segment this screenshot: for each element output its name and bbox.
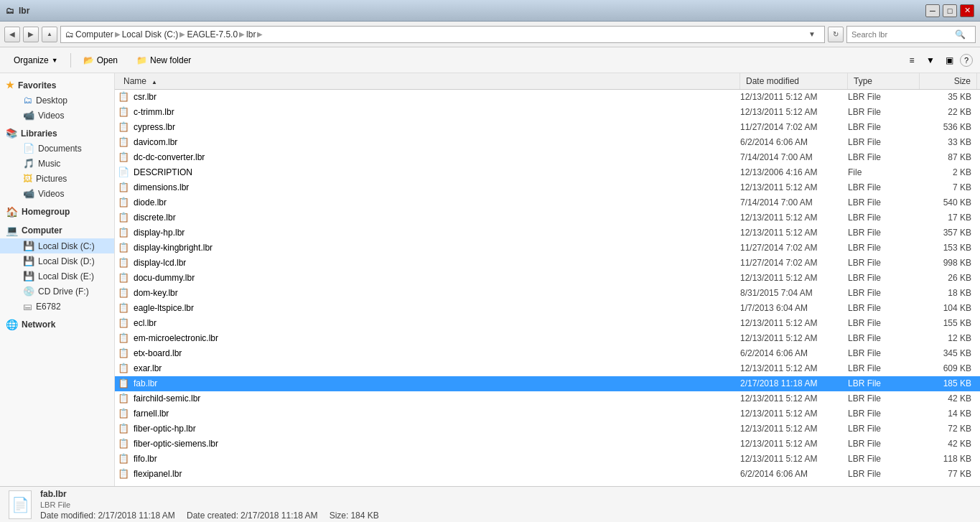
file-type: LBR File: [848, 469, 920, 479]
close-button[interactable]: ✕: [960, 4, 974, 17]
file-date: 12/13/2011 5:12 AM: [740, 439, 848, 449]
col-header-name[interactable]: Name ▲: [118, 73, 740, 89]
file-icon: 📋: [118, 272, 129, 284]
forward-button[interactable]: ▶: [23, 27, 39, 42]
network-icon: 🌐: [6, 319, 18, 330]
sidebar-computer-header[interactable]: 💻 Computer: [0, 223, 114, 238]
file-type: LBR File: [848, 243, 920, 253]
new-folder-button[interactable]: 📁 New folder: [130, 52, 197, 69]
table-row[interactable]: 📋em-microelectronic.lbr12/13/2011 5:12 A…: [115, 331, 980, 346]
table-row[interactable]: 📋cypress.lbr11/27/2014 7:02 AMLBR File53…: [115, 120, 980, 135]
toolbar: Organize ▼ 📂 Open 📁 New folder ≡ ▼ ▣ ?: [0, 47, 980, 73]
sidebar-item-videos-fav[interactable]: 📹 Videos: [0, 108, 114, 123]
help-button[interactable]: ?: [960, 54, 973, 67]
back-button[interactable]: ◀: [4, 27, 20, 42]
file-icon: 📋: [118, 106, 129, 118]
table-row[interactable]: 📋diode.lbr7/14/2014 7:00 AMLBR File540 K…: [115, 195, 980, 210]
preview-pane-button[interactable]: ▣: [941, 52, 957, 68]
table-row[interactable]: 📋fiber-optic-siemens.lbr12/13/2011 5:12 …: [115, 437, 980, 452]
table-row[interactable]: 📋dimensions.lbr12/13/2011 5:12 AMLBR Fil…: [115, 180, 980, 195]
table-row[interactable]: 📋etx-board.lbr6/2/2014 6:06 AMLBR File34…: [115, 346, 980, 361]
table-row[interactable]: 📄DESCRIPTION12/13/2006 4:16 AMFile2 KB: [115, 165, 980, 180]
col-header-size[interactable]: Size: [920, 73, 977, 89]
address-path[interactable]: 🗂 Computer ▶ Local Disk (C:) ▶ EAGLE-7.5…: [60, 26, 825, 43]
table-row[interactable]: 📋display-hp.lbr12/13/2011 5:12 AMLBR Fil…: [115, 225, 980, 241]
sidebar-homegroup-header[interactable]: 🏠 Homegroup: [0, 204, 114, 220]
table-row[interactable]: 📋csr.lbr12/13/2011 5:12 AMLBR File35 KB: [115, 90, 980, 105]
sidebar-item-cd-drive-f[interactable]: 💿 CD Drive (F:): [0, 284, 114, 299]
file-type: LBR File: [848, 273, 920, 283]
sidebar-item-local-disk-e[interactable]: 💾 Local Disk (E:): [0, 269, 114, 284]
file-name: csr.lbr: [134, 92, 740, 102]
favorites-star-icon: ★: [6, 80, 14, 90]
sidebar-item-music[interactable]: 🎵 Music: [0, 156, 114, 171]
file-icon: 📋: [118, 136, 129, 148]
file-date: 12/13/2011 5:12 AM: [740, 273, 848, 283]
table-row[interactable]: 📋fiber-optic-hp.lbr12/13/2011 5:12 AMLBR…: [115, 421, 980, 437]
sidebar-item-local-disk-c[interactable]: 💾 Local Disk (C:): [0, 238, 114, 253]
desktop-folder-icon: 🗂: [23, 95, 32, 106]
up-button[interactable]: ▲: [42, 27, 57, 42]
file-date: 11/27/2014 7:02 AM: [740, 122, 848, 132]
table-row[interactable]: 📋farnell.lbr12/13/2011 5:12 AMLBR File14…: [115, 406, 980, 421]
address-refresh-button[interactable]: ▼: [804, 27, 820, 42]
sidebar-item-e6782[interactable]: 🖴 E6782: [0, 299, 114, 314]
table-row[interactable]: 📋display-lcd.lbr11/27/2014 7:02 AMLBR Fi…: [115, 256, 980, 271]
videos-fav-folder-icon: 📹: [23, 110, 34, 121]
path-part-eagle[interactable]: EAGLE-7.5.0: [187, 29, 238, 39]
table-row[interactable]: 📋davicom.lbr6/2/2014 6:06 AMLBR File33 K…: [115, 135, 980, 150]
file-icon: 📋: [118, 408, 129, 419]
file-icon: 📋: [118, 378, 129, 389]
open-button[interactable]: 📂 Open: [77, 52, 124, 69]
sidebar-item-desktop[interactable]: 🗂 Desktop: [0, 93, 114, 108]
title-bar-controls: ─ □ ✕: [925, 4, 974, 17]
search-box[interactable]: 🔍: [846, 26, 976, 43]
sidebar-item-documents[interactable]: 📄 Documents: [0, 141, 114, 156]
file-list-container: Name ▲ Date modified Type Size 📋csr.lbr1…: [115, 73, 980, 486]
table-row[interactable]: 📋eagle-ltspice.lbr1/7/2013 6:04 AMLBR Fi…: [115, 301, 980, 316]
path-part-lbr[interactable]: lbr: [246, 29, 256, 39]
file-type: LBR File: [848, 363, 920, 373]
computer-icon: 💻: [6, 225, 18, 236]
file-name: c-trimm.lbr: [134, 107, 740, 117]
table-row[interactable]: 📋flexipanel.lbr6/2/2014 6:06 AMLBR File7…: [115, 467, 980, 482]
sidebar-item-pictures[interactable]: 🖼 Pictures: [0, 171, 114, 186]
table-row[interactable]: 📋discrete.lbr12/13/2011 5:12 AMLBR File1…: [115, 210, 980, 225]
refresh-button[interactable]: ↻: [828, 27, 844, 42]
path-part-computer[interactable]: Computer: [75, 29, 113, 39]
status-size-space: [320, 511, 327, 521]
path-part-drive[interactable]: Local Disk (C:): [122, 29, 179, 39]
file-date: 6/2/2014 6:06 AM: [740, 348, 848, 358]
view-list-button[interactable]: ≡: [904, 52, 920, 68]
title-bar: 🗂 lbr ─ □ ✕: [0, 0, 980, 22]
table-row[interactable]: 📋fairchild-semic.lbr12/13/2011 5:12 AMLB…: [115, 391, 980, 406]
table-row[interactable]: 📋ecl.lbr12/13/2011 5:12 AMLBR File155 KB: [115, 316, 980, 331]
sidebar-favorites-header[interactable]: ★ Favorites: [0, 78, 114, 93]
file-icon: 📋: [118, 182, 129, 193]
file-size: 18 KB: [920, 288, 977, 298]
table-row[interactable]: 📋fifo.lbr12/13/2011 5:12 AMLBR File118 K…: [115, 452, 980, 467]
search-input[interactable]: [851, 30, 952, 39]
table-row[interactable]: 📋fab.lbr2/17/2018 11:18 AMLBR File185 KB: [115, 376, 980, 391]
organize-button[interactable]: Organize ▼: [7, 52, 65, 69]
table-row[interactable]: 📋exar.lbr12/13/2011 5:12 AMLBR File609 K…: [115, 361, 980, 376]
table-row[interactable]: 📋display-kingbright.lbr11/27/2014 7:02 A…: [115, 241, 980, 256]
file-size: 104 KB: [920, 303, 977, 313]
minimize-button[interactable]: ─: [925, 4, 940, 17]
sidebar-item-local-disk-d[interactable]: 💾 Local Disk (D:): [0, 253, 114, 269]
file-type: LBR File: [848, 288, 920, 298]
sidebar-item-videos-lib[interactable]: 📹 Videos: [0, 186, 114, 201]
view-dropdown-button[interactable]: ▼: [923, 52, 938, 68]
sidebar-network-header[interactable]: 🌐 Network: [0, 317, 114, 332]
file-list[interactable]: 📋csr.lbr12/13/2011 5:12 AMLBR File35 KB📋…: [115, 90, 980, 486]
table-row[interactable]: 📋c-trimm.lbr12/13/2011 5:12 AMLBR File22…: [115, 105, 980, 120]
col-header-type[interactable]: Type: [848, 73, 920, 89]
table-row[interactable]: 📋dc-dc-converter.lbr7/14/2014 7:00 AMLBR…: [115, 150, 980, 165]
col-header-date[interactable]: Date modified: [740, 73, 848, 89]
file-date: 7/14/2014 7:00 AM: [740, 197, 848, 208]
sidebar-libraries-header[interactable]: 📚 Libraries: [0, 126, 114, 141]
table-row[interactable]: 📋dom-key.lbr8/31/2015 7:04 AMLBR File18 …: [115, 286, 980, 301]
file-size: 998 KB: [920, 258, 977, 268]
maximize-button[interactable]: □: [943, 4, 957, 17]
table-row[interactable]: 📋docu-dummy.lbr12/13/2011 5:12 AMLBR Fil…: [115, 271, 980, 286]
